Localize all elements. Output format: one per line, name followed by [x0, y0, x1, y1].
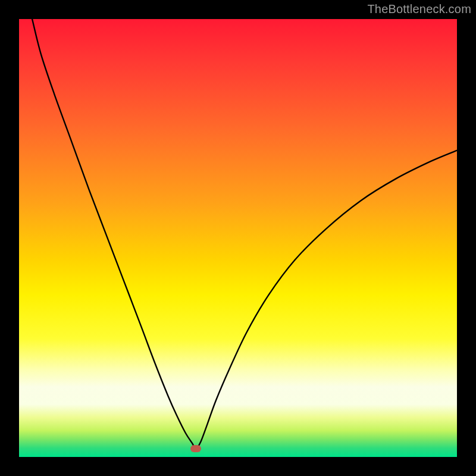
plot-area — [19, 19, 457, 457]
chart-frame: TheBottleneck.com — [0, 0, 476, 476]
bottleneck-curve — [19, 19, 457, 457]
watermark-label: TheBottleneck.com — [367, 2, 471, 16]
minimum-marker — [190, 445, 201, 452]
